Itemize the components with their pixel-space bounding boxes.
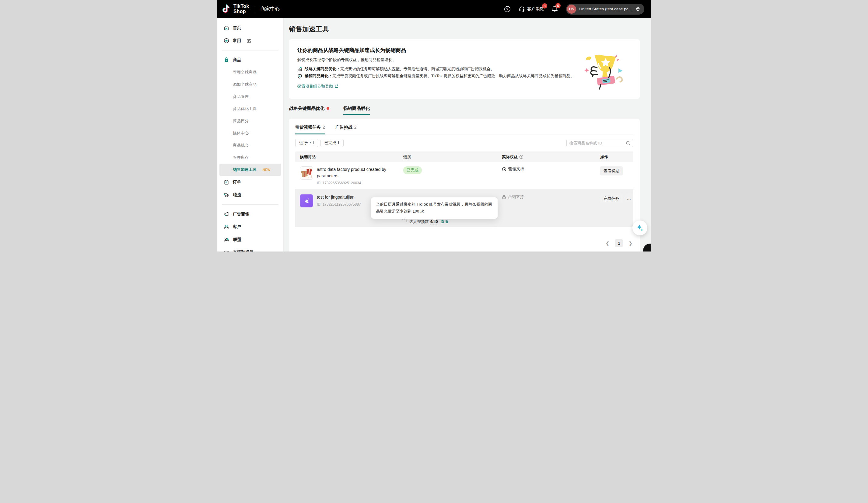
account-pill[interactable]: US United States (test case pc… [566,4,644,14]
notifications-badge: 5 [556,3,561,8]
col-actions: 操作 [596,154,633,160]
subtab-bar: 带货视频任务2 广告挑战2 [295,118,633,134]
benefit-item: 营销支持 [502,166,596,172]
sidebar-item-add-global-products[interactable]: 添加全球商品 [217,78,283,91]
sidebar-item-products[interactable]: 商品 [217,53,283,66]
region-label: United States (test case pc… [579,7,632,11]
sidebar-item-product-optimizer[interactable]: 商品优化工具 [217,103,283,115]
brand-line2: Shop [234,9,249,14]
tree-bracket: └ [406,220,408,224]
tab-strategic-products[interactable]: 战略关键商品优化 [289,106,329,115]
notifications-button[interactable]: 5 [551,6,558,12]
subtab-ad-challenge[interactable]: 广告挑战2 [335,125,357,134]
product-title: test for jingpaituijian [317,194,361,200]
external-link-icon [334,84,339,88]
pagination-page[interactable]: 1 [615,239,623,247]
new-badge: NEW [263,168,271,171]
page-title: 销售加速工具 [289,25,640,34]
top-bar: TikTok Shop 商家中心 ? 客户消息 3 [217,0,651,18]
filter-in-progress[interactable]: 进行中 1 [295,139,318,147]
sidebar-item-media-center[interactable]: 媒体中心 [217,127,283,139]
view-reward-button[interactable]: 查看奖励 [600,166,623,176]
bullet-label: 战略关键商品优化： [304,66,340,71]
pagination-next[interactable]: ❯ [629,241,632,246]
megaphone-icon [224,211,229,217]
sidebar-item-label: 常用 [233,38,241,43]
benefit-item: 营销支持 [502,194,596,199]
sidebar-divider [222,50,278,51]
subtab-video-tasks[interactable]: 带货视频任务2 [295,125,325,134]
product-bag-icon [224,57,229,63]
bullet-text: 完成要求的任务即可解锁达人匹配、专属活动邀请、商城页曝光度增加和广告赠款机会。 [340,66,495,71]
sidebar-item-customers[interactable]: 客户 [217,220,283,233]
header-divider [255,6,255,13]
product-id: ID: 1732251192576675887 [317,202,361,207]
sparkles-icon [636,224,644,232]
brand-line1: TikTok [234,4,249,9]
filter-completed[interactable]: 已完成 1 [320,139,344,147]
video-icon [224,250,229,251]
app-window: TikTok Shop 商家中心 ? 客户消息 3 [217,0,651,251]
star-circle-icon [224,38,229,43]
sidebar-item-manage-global-products[interactable]: 管理全球商品 [217,66,283,78]
customer-icon [224,224,229,230]
col-progress: 进度 [399,154,497,160]
product-image [300,194,313,207]
sidebar-item-marketing[interactable]: 广告营销 [217,208,283,220]
tooltip: 当前日历月通过绑定的 TikTok 账号发布带货视频，且每条视频的商品曝光量需至… [371,197,498,219]
customer-messages-button[interactable]: 客户消息 3 [519,6,544,12]
location-pin-icon [636,7,640,12]
trophy-illustration [579,47,631,93]
banner-link[interactable]: 探索项目细节和奖励 [297,84,339,89]
status-badge: 已完成 [403,166,422,174]
app-name: 商家中心 [260,6,280,12]
sidebar-item-orders[interactable]: 订单 [217,176,283,189]
sidebar-item-live-video[interactable]: 直播和视频 [217,246,283,251]
banner-heading: 让你的商品从战略关键商品加速成长为畅销商品 [297,47,579,54]
sidebar-item-frequent[interactable]: 常用 [217,34,283,47]
search-icon [626,141,630,145]
tiktok-note-icon [221,4,231,14]
lock-icon [502,195,506,199]
help-button[interactable]: ? [504,6,511,12]
pagination: ❮ 1 ❯ [289,239,640,247]
tiktok-shop-logo[interactable]: TikTok Shop [221,4,249,14]
sidebar-item-logistics[interactable]: 物流 [217,189,283,201]
sidebar-item-sales-acceleration[interactable]: 销售加速工具 NEW [219,164,281,176]
help-icon: ? [504,6,511,12]
svg-text:?: ? [521,155,522,158]
pagination-prev[interactable]: ❮ [606,241,610,246]
sidebar-item-product-opportunity[interactable]: 商品机会 [217,139,283,151]
headset-icon [519,6,525,12]
svg-text:?: ? [506,7,508,11]
help-circle-icon[interactable]: ? [519,155,524,159]
table-row: astro data factory product created by pa… [295,162,633,190]
complete-task-button[interactable]: 完成任务 [600,194,623,203]
product-id: ID: 1732265366925120034 [317,181,393,185]
sidebar-item-product-rating[interactable]: 商品评分 [217,115,283,127]
benefit-label: 营销支持 [508,166,524,172]
banner: 让你的商品从战略关键商品加速成长为畅销商品 解锁成长路径每个阶段的专属权益，推动… [289,39,640,99]
edit-icon[interactable] [247,38,251,43]
sidebar-item-home[interactable]: 首页 [217,22,283,34]
view-link[interactable]: 查看 [441,219,448,224]
table-header: 候选商品 进度 实际权益 ? 操作 [295,151,633,162]
truck-icon [224,192,229,198]
tab-bar: 战略关键商品优化 畅销商品孵化 [289,106,640,115]
orders-icon [224,179,229,185]
sidebar-item-label: 商品 [233,57,241,63]
sidebar-item-product-management[interactable]: 商品管理 [217,91,283,103]
progress-item-creator-videos: └ 达人视频数 4/40 查看 [406,218,451,226]
toolbar: 进行中 1 已完成 1 [295,139,633,147]
search-input[interactable] [569,141,626,145]
customer-messages-label: 客户消息 [527,7,544,12]
sidebar-item-affiliate[interactable]: 联盟 [217,233,283,246]
sidebar-item-manage-inventory[interactable]: 管理库存 [217,151,283,164]
messages-badge: 3 [542,3,547,9]
task-card: 带货视频任务2 广告挑战2 进行中 1 已完成 1 [289,118,640,251]
banner-bullet-strategic: 战略关键商品优化：完成要求的任务即可解锁达人匹配、专属活动邀请、商城页曝光度增加… [297,66,579,73]
search-box[interactable] [566,139,633,147]
more-actions-button[interactable]: … [625,194,633,202]
ai-assistant-button[interactable] [632,220,647,235]
tab-bestseller-incubation[interactable]: 畅销商品孵化 [343,106,370,115]
